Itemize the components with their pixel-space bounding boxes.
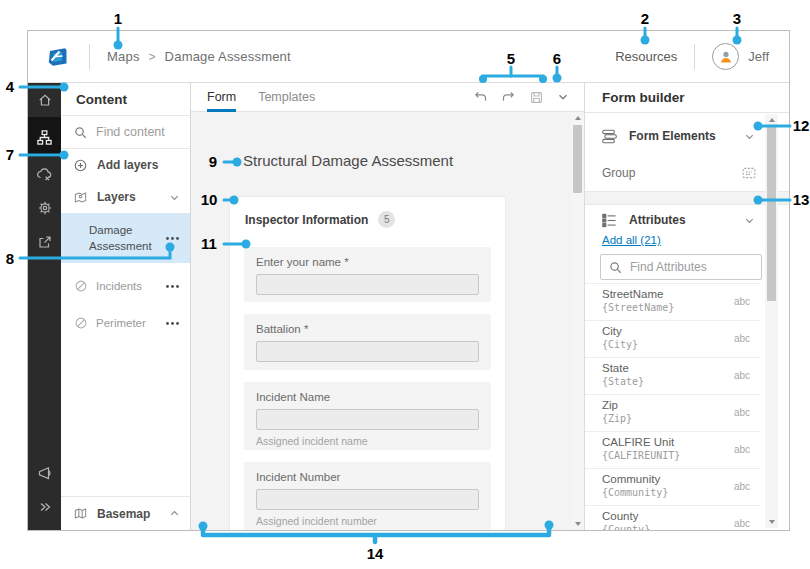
content-panel: Content Find content Add layers Layers D — [61, 83, 191, 530]
attribute-type-badge: abc — [734, 407, 750, 418]
breadcrumb-separator: > — [149, 50, 156, 64]
add-layers-button[interactable]: Add layers — [61, 149, 190, 181]
field-card-incident-name[interactable]: Incident Name Assigned incident name — [244, 382, 491, 450]
share-icon[interactable] — [28, 225, 61, 259]
form-elements-section-header[interactable]: Form Elements — [585, 121, 789, 151]
attribute-row[interactable]: Community {Community} abc — [585, 468, 760, 505]
tab-templates[interactable]: Templates — [258, 83, 315, 112]
breadcrumb-current: Damage Assessment — [165, 49, 291, 64]
scrollbar-thumb[interactable] — [573, 125, 582, 193]
settings-gear-icon[interactable] — [28, 191, 61, 225]
field-input[interactable] — [256, 274, 479, 295]
announcement-icon[interactable] — [28, 456, 61, 490]
attributes-label: Attributes — [629, 213, 686, 227]
section-divider — [585, 191, 789, 205]
callout-number-2: 2 — [641, 10, 649, 27]
breadcrumb-maps[interactable]: Maps — [107, 49, 140, 64]
attribute-type-badge: abc — [734, 481, 750, 492]
form-builder-title: Form builder — [585, 83, 789, 113]
attribute-type-badge: abc — [734, 444, 750, 455]
avatar[interactable] — [712, 43, 739, 70]
tab-form[interactable]: Form — [207, 83, 236, 112]
save-icon[interactable] — [529, 90, 544, 105]
callout-number-12: 12 — [793, 117, 810, 134]
arcgis-field-maps-logo[interactable] — [45, 43, 72, 70]
group-count-badge: 5 — [378, 211, 395, 228]
attribute-row[interactable]: County {County} abc — [585, 505, 760, 530]
add-circle-icon — [73, 158, 88, 173]
offline-cloud-icon[interactable] — [28, 157, 61, 191]
layers-map-icon — [73, 190, 88, 205]
field-card-name[interactable]: Enter your name * — [244, 247, 491, 302]
form-title: Structural Damage Assessment — [243, 152, 453, 169]
user-name[interactable]: Jeff — [748, 49, 769, 64]
builder-scrollbar[interactable] — [765, 114, 778, 528]
attribute-row[interactable]: CALFIRE Unit {CALFIREUNIT} abc — [585, 431, 760, 468]
layers-section-header[interactable]: Layers — [61, 181, 190, 213]
content-panel-title: Content — [61, 83, 190, 116]
attributes-section-header[interactable]: Attributes — [585, 205, 789, 235]
visibility-off-icon — [74, 279, 88, 293]
attributes-icon — [601, 212, 618, 229]
basemap-section-header[interactable]: Basemap — [61, 496, 190, 530]
form-tab-bar: Form Templates — [191, 83, 584, 112]
group-title: Inspector Information — [245, 213, 368, 227]
layers-tree-icon[interactable] — [28, 117, 61, 157]
layer-name: Perimeter — [96, 317, 146, 329]
expand-icon[interactable] — [28, 490, 61, 524]
field-label: Battalion * — [256, 323, 479, 335]
attribute-row[interactable]: StreetName {StreetName} abc — [585, 283, 760, 320]
attribute-row[interactable]: City {City} abc — [585, 320, 760, 357]
form-elements-icon — [601, 128, 618, 145]
scroll-down-arrow[interactable] — [765, 516, 778, 528]
callout-number-3: 3 — [733, 10, 741, 27]
ellipsis-icon[interactable] — [165, 321, 180, 326]
field-helper-text: Assigned incident name — [256, 435, 479, 447]
callout-number-13: 13 — [793, 191, 810, 208]
form-scrollbar[interactable] — [571, 112, 584, 530]
field-label: Incident Name — [256, 391, 479, 403]
callout-number-7: 7 — [6, 146, 14, 163]
layer-name: Damage Assessment — [89, 222, 161, 254]
form-canvas: Structural Damage Assessment Inspector I… — [191, 112, 571, 530]
scroll-up-arrow[interactable] — [765, 114, 778, 126]
group-element-item[interactable]: Group — [585, 158, 789, 188]
chevron-down-icon[interactable] — [169, 192, 180, 203]
topbar-divider — [694, 44, 695, 70]
layer-item-incidents[interactable]: Incidents — [61, 271, 190, 301]
field-input[interactable] — [256, 341, 479, 362]
chevron-up-icon[interactable] — [169, 508, 180, 519]
add-all-link[interactable]: Add all (21) — [602, 234, 661, 246]
scrollbar-thumb[interactable] — [767, 126, 776, 301]
layer-item-perimeter[interactable]: Perimeter — [61, 308, 190, 338]
layer-item-damage-assessment[interactable]: Damage Assessment — [61, 213, 190, 263]
field-card-incident-number[interactable]: Incident Number Assigned incident number — [244, 462, 491, 530]
form-preview-area: Form Templates — [191, 83, 584, 530]
ellipsis-icon[interactable] — [165, 284, 180, 289]
scroll-up-arrow[interactable] — [571, 112, 584, 124]
field-input[interactable] — [256, 489, 479, 510]
find-content-search[interactable]: Find content — [61, 116, 190, 149]
attribute-type-badge: abc — [734, 370, 750, 381]
undo-icon[interactable] — [473, 90, 488, 104]
app-window: Maps > Damage Assessment Resources Jeff — [27, 30, 790, 531]
basemap-icon — [73, 506, 88, 521]
callout-number-14: 14 — [367, 545, 384, 562]
ellipsis-icon[interactable] — [165, 236, 180, 241]
callout-number-4: 4 — [6, 78, 14, 95]
topbar-divider — [89, 44, 90, 70]
attribute-row[interactable]: Zip {Zip} abc — [585, 394, 760, 431]
chevron-down-icon[interactable] — [744, 131, 755, 142]
home-icon[interactable] — [28, 83, 61, 117]
chevron-down-icon[interactable] — [557, 91, 569, 103]
form-group-card[interactable]: Inspector Information 5 Enter your name … — [229, 196, 506, 530]
chevron-down-icon[interactable] — [744, 215, 755, 226]
field-card-battalion[interactable]: Battalion * — [244, 314, 491, 370]
attribute-row[interactable]: State {State} abc — [585, 357, 760, 394]
scroll-down-arrow[interactable] — [571, 518, 584, 530]
find-attributes-search[interactable]: Find Attributes — [600, 254, 762, 280]
redo-icon[interactable] — [501, 90, 516, 104]
search-icon — [609, 261, 622, 274]
field-input[interactable] — [256, 409, 479, 430]
resources-link[interactable]: Resources — [615, 49, 677, 64]
